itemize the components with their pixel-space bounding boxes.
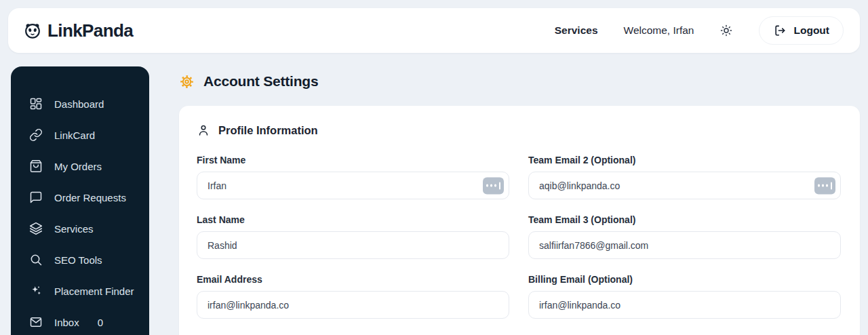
field-label: Email Address xyxy=(197,274,509,285)
linkpanda-logo[interactable]: LinkPanda xyxy=(23,20,133,41)
sidebar-item-dashboard[interactable]: Dashboard xyxy=(11,88,149,119)
input-wrap xyxy=(197,291,509,319)
input-wrap xyxy=(528,172,841,199)
nav-services-link[interactable]: Services xyxy=(555,24,598,37)
sidebar-item-my-orders[interactable]: My Orders xyxy=(11,151,149,182)
card-title: Profile Information xyxy=(218,124,318,137)
top-header-bar: LinkPanda Services Welcome, Irfan Logout xyxy=(8,8,860,53)
sidebar-item-label: Services xyxy=(54,223,94,235)
field-label: Last Name xyxy=(197,214,509,225)
input-wrap xyxy=(528,291,841,319)
autofill-extension-icon[interactable] xyxy=(814,177,835,194)
team-email-2-input[interactable] xyxy=(528,172,841,199)
sidebar-item-label: SEO Tools xyxy=(54,254,102,266)
search-icon xyxy=(29,253,43,267)
last-name-input[interactable] xyxy=(197,231,509,259)
gear-icon xyxy=(179,74,195,90)
dashboard-grid-icon xyxy=(29,97,43,111)
autofill-extension-icon[interactable] xyxy=(483,177,504,194)
chat-bubble-icon xyxy=(29,191,43,204)
sidebar-nav: Dashboard LinkCard My Orders Order Reque… xyxy=(11,66,149,335)
sidebar-item-seo-tools[interactable]: SEO Tools xyxy=(11,244,149,275)
field-label: Team Email 2 (Optional) xyxy=(528,155,841,165)
card-title-row: Profile Information xyxy=(197,123,841,137)
sparkles-icon xyxy=(29,284,43,298)
input-wrap xyxy=(197,172,509,199)
field-team-email-2: Team Email 2 (Optional) xyxy=(528,155,841,199)
sun-icon[interactable] xyxy=(719,24,733,37)
sidebar-item-placement-finder[interactable]: Placement Finder xyxy=(11,275,149,307)
welcome-text: Welcome, Irfan xyxy=(624,24,694,37)
field-label: First Name xyxy=(197,155,509,165)
layers-icon xyxy=(29,222,43,235)
inbox-count-badge: 0 xyxy=(98,317,103,328)
field-last-name: Last Name xyxy=(197,214,509,259)
envelope-icon xyxy=(29,315,43,329)
field-team-email-3: Team Email 3 (Optional) xyxy=(528,214,841,259)
main-content: Account Settings Profile Information Fir… xyxy=(179,66,860,335)
sidebar-item-inbox[interactable]: Inbox 0 xyxy=(11,307,149,335)
profile-information-card: Profile Information First Name Team Emai… xyxy=(179,106,860,335)
logo-text: LinkPanda xyxy=(47,20,133,41)
sidebar-item-label: My Orders xyxy=(54,161,102,172)
profile-form: First Name Team Email 2 (Optional) xyxy=(197,155,841,319)
sidebar-item-label: Order Requests xyxy=(54,192,126,203)
sidebar-item-label: Dashboard xyxy=(54,98,104,110)
email-address-input[interactable] xyxy=(197,291,509,319)
user-icon xyxy=(197,123,210,137)
link-icon xyxy=(29,128,43,142)
sidebar-item-linkcard[interactable]: LinkCard xyxy=(11,119,149,151)
panda-face-icon xyxy=(23,21,42,40)
billing-email-input[interactable] xyxy=(528,291,841,319)
field-billing-email: Billing Email (Optional) xyxy=(528,274,841,319)
team-email-3-input[interactable] xyxy=(528,231,841,259)
sidebar-item-order-requests[interactable]: Order Requests xyxy=(11,182,149,213)
sidebar-item-label: Placement Finder xyxy=(54,285,134,297)
sidebar-item-label: Inbox xyxy=(54,317,79,328)
field-label: Billing Email (Optional) xyxy=(528,274,841,285)
input-wrap xyxy=(528,231,841,259)
sidebar-item-services[interactable]: Services xyxy=(11,213,149,244)
page-title-row: Account Settings xyxy=(179,73,860,90)
logout-arrow-icon xyxy=(773,24,787,37)
logout-label: Logout xyxy=(793,24,829,37)
input-wrap xyxy=(197,231,509,259)
sidebar-item-label: LinkCard xyxy=(54,130,95,141)
header-nav: Services Welcome, Irfan Logout xyxy=(555,16,844,45)
shopping-bag-icon xyxy=(29,159,43,173)
logout-button[interactable]: Logout xyxy=(759,16,844,45)
page-title: Account Settings xyxy=(203,73,318,90)
field-label: Team Email 3 (Optional) xyxy=(528,214,841,225)
first-name-input[interactable] xyxy=(197,172,509,199)
field-email-address: Email Address xyxy=(197,274,509,319)
field-first-name: First Name xyxy=(197,155,509,199)
